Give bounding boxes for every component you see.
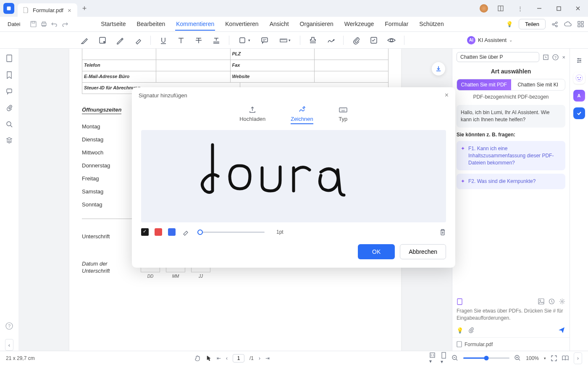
ai-mode-select[interactable]: Chatten Sie über P [457,52,539,62]
text-icon[interactable] [176,35,186,45]
menu-werkzeuge[interactable]: Werkzeuge [344,18,375,31]
share-network-icon[interactable] [551,21,558,28]
eraser-icon[interactable] [133,35,143,45]
user-avatar[interactable] [480,4,488,13]
modal-ok-button[interactable]: OK [358,244,395,259]
next-page-icon[interactable]: › [259,355,260,361]
rail-sliders-icon[interactable] [573,55,585,66]
document-tab[interactable]: Formular.pdf × [18,3,77,17]
attachment-icon[interactable] [351,35,361,45]
stamp-icon[interactable] [308,35,318,45]
modal-tab-draw[interactable]: Zeichnen [291,105,313,124]
comment-icon[interactable] [260,35,270,45]
read-mode-icon[interactable] [562,355,569,361]
cloud-upload-icon[interactable] [564,21,572,27]
ai-send-icon[interactable] [558,326,565,334]
ai-tab-ki[interactable]: Chatten Sie mit KI [511,79,565,90]
highlight-icon[interactable] [80,35,90,45]
menu-bearbeiten[interactable]: Bearbeiten [136,18,166,31]
layers-icon[interactable] [6,137,13,143]
save-icon[interactable] [30,21,37,27]
menu-formular[interactable]: Formular [384,18,409,31]
ai-doc-icon[interactable] [457,298,463,305]
ai-suggestion-1[interactable]: ✦F1. Kann ich eine Inhaltszusammenfassun… [457,141,565,170]
collapse-left-icon[interactable]: ‹ [5,339,13,351]
zoom-out-icon[interactable] [452,355,458,361]
search-panel-icon[interactable] [6,121,13,128]
ai-settings-icon[interactable] [559,298,565,305]
zoom-in-icon[interactable] [514,355,521,361]
menu-schuetzen[interactable]: Schützen [418,18,444,31]
menu-startseite[interactable]: Startseite [100,18,126,31]
share-button[interactable]: Teilen [519,19,546,29]
menu-kommentieren[interactable]: Kommentieren [175,18,215,31]
note-box-icon[interactable] [97,35,108,45]
modal-close-icon[interactable]: × [445,91,449,99]
minimize-icon[interactable] [533,3,546,14]
ai-input[interactable] [457,308,565,321]
ai-history-icon[interactable] [549,298,555,305]
ruler-icon[interactable]: ▾ [277,35,292,45]
download-float-button[interactable] [432,62,445,76]
prev-page-icon[interactable]: ‹ [226,355,228,361]
signature-icon[interactable] [326,35,336,45]
undo-icon[interactable] [51,21,58,27]
bulb-icon[interactable]: 💡 [506,21,513,27]
underline-icon[interactable] [158,35,168,45]
last-page-icon[interactable]: ⇥ [265,355,270,361]
ai-help-icon[interactable]: ? [552,54,559,60]
hand-tool-icon[interactable] [194,355,201,362]
text-align-icon[interactable] [211,35,221,45]
ai-expand-icon[interactable] [543,54,549,60]
strikethrough-icon[interactable] [194,35,204,45]
modal-eraser-icon[interactable] [181,228,189,236]
ai-bulb-icon[interactable]: 💡 [457,327,463,334]
window-panel-icon[interactable] [494,3,507,14]
zoom-slider[interactable] [463,357,509,359]
help-icon[interactable]: ? [5,322,13,330]
rail-check-icon[interactable] [573,107,585,119]
color-black[interactable] [141,228,149,236]
shape-icon[interactable]: ▾ [237,35,252,45]
view-mode-icon[interactable]: ▾ [441,352,447,365]
ai-image-icon[interactable] [538,298,544,305]
menu-konvertieren[interactable]: Konvertieren [224,18,259,31]
tab-close-icon[interactable]: × [68,7,71,14]
comments-panel-icon[interactable] [6,88,13,95]
ai-assistant-button[interactable]: AI KI Assistent ⌄ [467,36,512,44]
pencil-icon[interactable] [115,35,125,45]
maximize-icon[interactable] [552,3,565,14]
rail-ai-badge-icon[interactable]: A [573,90,585,102]
close-window-icon[interactable] [571,3,585,14]
ai-tab-pdf[interactable]: Chatten Sie mit PDF [457,79,511,90]
collapse-right-icon[interactable]: › [574,352,582,364]
color-blue[interactable] [168,228,176,236]
bookmark-icon[interactable] [6,71,12,79]
attachments-panel-icon[interactable] [6,104,12,112]
stroke-width-slider[interactable] [197,232,265,233]
eye-icon[interactable] [386,35,396,45]
more-icon[interactable]: ⋮ [513,3,527,14]
fullscreen-icon[interactable] [551,355,557,361]
menu-ansicht[interactable]: Ansicht [269,18,290,31]
modal-clear-icon[interactable] [439,228,446,236]
page-number-input[interactable] [233,354,244,362]
signature-canvas[interactable] [141,130,446,222]
ai-attach-icon[interactable] [468,327,474,334]
modal-tab-type[interactable]: Typ [339,105,348,124]
modal-tab-upload[interactable]: Hochladen [239,105,265,124]
menu-file[interactable]: Datei [4,19,24,29]
modal-cancel-button[interactable]: Abbrechen [400,244,446,259]
thumbnails-icon[interactable] [6,55,13,62]
app-logo[interactable] [3,3,14,14]
app-grid-icon[interactable] [578,21,584,27]
menu-organisieren[interactable]: Organisieren [299,18,334,31]
fit-page-icon[interactable]: 1:1▾ [429,352,436,364]
rail-ai-chat-icon[interactable] [573,72,585,84]
ai-close-icon[interactable]: × [562,54,565,60]
checklist-icon[interactable] [369,35,379,45]
ai-attached-file[interactable]: Formular.pdf [452,337,570,351]
redo-icon[interactable] [62,21,68,27]
ai-suggestion-2[interactable]: ✦F2. Was sind die Kernpunkte? [457,174,565,189]
first-page-icon[interactable]: ⇤ [217,355,221,361]
